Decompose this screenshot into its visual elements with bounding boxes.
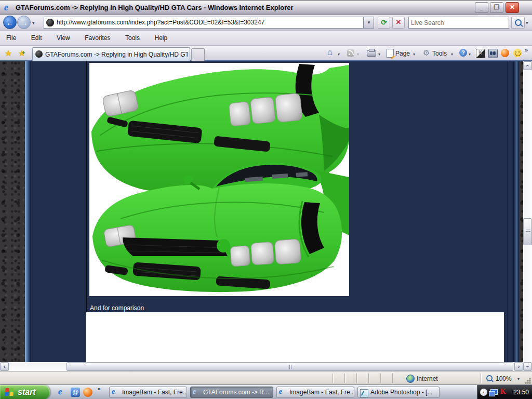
- scroll-up-button[interactable]: ‹: [523, 61, 532, 70]
- status-separator: [344, 374, 345, 383]
- recent-pages-caret[interactable]: ▾: [32, 20, 35, 25]
- quicklaunch-mail-icon[interactable]: @: [71, 388, 80, 397]
- forum-left-border: [25, 61, 31, 362]
- new-tab-button[interactable]: [191, 48, 205, 61]
- back-button[interactable]: ←: [3, 16, 17, 29]
- forum-border-line: [508, 61, 508, 362]
- horizontal-scroll-thumb[interactable]: [66, 362, 513, 371]
- task-label: GTAForums.com -> R...: [203, 389, 269, 396]
- vertical-scrollbar[interactable]: ‹ ›: [523, 61, 532, 371]
- status-separator: [356, 374, 357, 383]
- windows-flag-icon: [5, 388, 15, 396]
- hide-icons-chevron[interactable]: ‹: [480, 389, 487, 396]
- system-tray: ‹ K 23:50: [477, 385, 532, 399]
- ie-window: e GTAForums.com -> Replying in High Qual…: [0, 0, 532, 399]
- rss-feed-icon[interactable]: [347, 49, 354, 57]
- resize-grip[interactable]: [525, 378, 531, 384]
- tab-favicon: [35, 50, 43, 58]
- tools-caret[interactable]: ▾: [451, 52, 453, 57]
- add-favorite-icon[interactable]: ★: [18, 48, 25, 58]
- down-arrow-icon: ›: [524, 366, 531, 368]
- menu-view[interactable]: View: [50, 31, 76, 42]
- task-label: ImageBam - Fast, Fre...: [122, 389, 187, 396]
- zoom-level[interactable]: 100%: [496, 375, 512, 382]
- address-dropdown-button[interactable]: ▾: [364, 17, 374, 29]
- forward-button[interactable]: →: [17, 16, 31, 29]
- status-separator: [368, 374, 369, 383]
- search-box[interactable]: [408, 17, 509, 29]
- horizontal-scrollbar[interactable]: ‹ ›: [0, 362, 523, 371]
- green-car-renders: [89, 63, 349, 296]
- status-separator: [392, 374, 393, 383]
- search-input[interactable]: [409, 17, 509, 28]
- menu-edit[interactable]: Edit: [25, 31, 48, 42]
- home-caret[interactable]: ▾: [338, 52, 340, 57]
- minimize-button[interactable]: _: [475, 2, 488, 13]
- stop-button[interactable]: ✕: [392, 17, 405, 29]
- comparison-image-placeholder: [86, 312, 504, 362]
- print-icon[interactable]: [367, 50, 376, 57]
- extension-smiley-icon[interactable]: [513, 49, 522, 57]
- help-icon[interactable]: ?: [459, 49, 467, 57]
- page-menu-icon[interactable]: [387, 49, 394, 58]
- page-caret[interactable]: ▾: [413, 52, 415, 57]
- help-caret[interactable]: ▾: [469, 52, 471, 57]
- tools-gear-icon[interactable]: ⚙: [423, 48, 430, 58]
- taskbar-button-imagebam-2[interactable]: eImageBam - Fast, Fre...: [276, 387, 354, 398]
- forum-right-texture: [519, 61, 523, 362]
- taskbar-button-photoshop[interactable]: Adobe Photoshop - [...: [357, 387, 440, 398]
- vertical-scroll-thumb[interactable]: [523, 218, 532, 245]
- toolbar-overflow-chevron[interactable]: »: [525, 47, 528, 53]
- zoom-caret[interactable]: ▾: [517, 377, 520, 381]
- network-tray-icon[interactable]: [490, 389, 498, 395]
- page-menu-label[interactable]: Page: [395, 50, 410, 57]
- restore-button[interactable]: ❐: [490, 2, 503, 13]
- start-button[interactable]: start: [0, 385, 50, 399]
- zone-label: Internet: [417, 375, 438, 382]
- quicklaunch-overflow-chevron[interactable]: »: [98, 386, 101, 392]
- window-title: GTAForums.com -> Replying in High Qualit…: [16, 4, 294, 11]
- tab-bar: ★ ★ GTAForums.com -> Replying in High Qu…: [0, 46, 532, 61]
- forum-border-line: [31, 61, 31, 362]
- title-bar: e GTAForums.com -> Replying in High Qual…: [0, 0, 532, 15]
- taskbar-button-gtaforums[interactable]: eGTAForums.com -> R...: [190, 387, 273, 398]
- taskbar-button-imagebam-1[interactable]: eImageBam - Fast, Fre...: [109, 387, 187, 398]
- tools-menu-label[interactable]: Tools: [432, 50, 447, 57]
- menu-tools[interactable]: Tools: [119, 31, 146, 42]
- page-viewport: And for comparison: [0, 61, 523, 362]
- search-button[interactable]: [511, 17, 525, 29]
- tab-label: GTAForums.com -> Replying in High Qualit…: [45, 51, 188, 58]
- refresh-button[interactable]: ⟳: [378, 17, 390, 29]
- close-button[interactable]: ✕: [506, 2, 519, 13]
- internet-zone-icon: [406, 375, 415, 383]
- extension-binoculars-icon[interactable]: [488, 49, 498, 58]
- scroll-left-button[interactable]: ‹: [0, 362, 9, 371]
- status-separator: [380, 374, 381, 383]
- scroll-down-button[interactable]: ›: [523, 362, 532, 371]
- extension-contrast-icon[interactable]: [476, 49, 485, 58]
- address-bar[interactable]: http://www.gtaforums.com/index.php?act=P…: [44, 17, 364, 29]
- clock: 23:50: [513, 389, 529, 396]
- menu-bar: File Edit View Favorites Tools Help: [0, 31, 532, 46]
- home-icon[interactable]: ⌂: [327, 47, 332, 58]
- menu-favorites[interactable]: Favorites: [78, 31, 116, 42]
- print-caret[interactable]: ▾: [378, 52, 380, 57]
- scroll-right-button[interactable]: ›: [514, 362, 523, 371]
- search-options-caret[interactable]: ▾: [526, 20, 528, 25]
- antivirus-tray-icon[interactable]: K: [500, 388, 506, 396]
- post-image: [89, 63, 349, 296]
- quicklaunch-ie-icon[interactable]: e: [58, 387, 68, 396]
- menu-file[interactable]: File: [0, 31, 22, 42]
- zoom-icon[interactable]: [486, 375, 493, 381]
- ie-icon: e: [279, 388, 282, 396]
- quicklaunch-browser-icon[interactable]: [83, 388, 92, 397]
- menu-help[interactable]: Help: [148, 31, 174, 42]
- status-bar: Internet 100% ▾: [0, 371, 532, 384]
- task-label: ImageBam - Fast, Fre...: [289, 389, 354, 396]
- favorites-center-icon[interactable]: ★: [5, 48, 12, 58]
- post-text: And for comparison: [90, 304, 144, 312]
- tab-gtaforums[interactable]: GTAForums.com -> Replying in High Qualit…: [32, 47, 190, 61]
- status-separator: [332, 374, 333, 383]
- url-text[interactable]: http://www.gtaforums.com/index.php?act=P…: [57, 17, 264, 28]
- extension-orange-ball-icon[interactable]: [501, 49, 509, 57]
